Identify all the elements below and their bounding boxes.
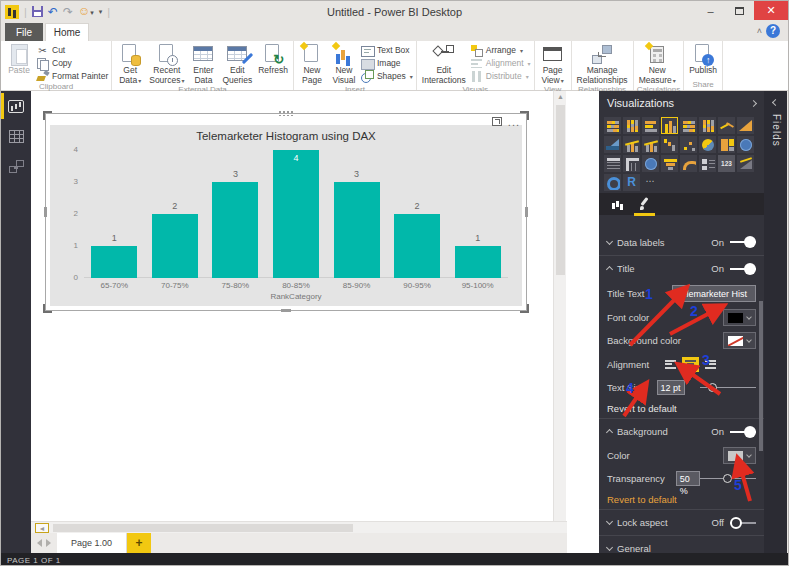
new-visual-button[interactable]: New Visual	[329, 43, 359, 85]
pane-scrollbar-thumb[interactable]	[759, 301, 763, 451]
previous-page-icon[interactable]	[37, 539, 42, 547]
filled-map-icon[interactable]	[642, 155, 659, 172]
text-box-button[interactable]: Text Box	[361, 44, 413, 56]
publish-button[interactable]: ↑Publish	[687, 43, 719, 76]
data-view-icon[interactable]	[1, 121, 31, 151]
selection-handle[interactable]	[281, 309, 291, 312]
maximize-button[interactable]	[725, 1, 754, 20]
next-page-icon[interactable]	[46, 539, 51, 547]
alignment-button[interactable]: Alignment▾	[470, 57, 531, 69]
page-view-button[interactable]: Page View▾	[538, 43, 568, 85]
table-icon[interactable]	[604, 155, 621, 172]
help-icon[interactable]: ?	[766, 24, 780, 38]
redo-icon[interactable]: ↷	[63, 6, 73, 18]
chevron-down-icon[interactable]	[606, 544, 613, 551]
selection-handle[interactable]	[525, 207, 528, 217]
edit-queries-button[interactable]: Edit Queries	[220, 43, 254, 85]
tab-home[interactable]: Home	[45, 23, 89, 41]
align-left-button[interactable]	[662, 357, 679, 372]
chevron-up-icon[interactable]	[606, 429, 613, 436]
bar-85-90%[interactable]	[334, 182, 380, 278]
drag-grip[interactable]	[278, 110, 294, 116]
chevron-up-icon[interactable]	[606, 266, 613, 273]
scroll-left-icon[interactable]: ◄	[35, 523, 49, 533]
transparency-slider[interactable]	[700, 473, 756, 485]
bar-70-75%[interactable]	[152, 214, 198, 278]
multi-row-card-icon[interactable]	[699, 155, 716, 172]
ribbon-collapse-icon[interactable]: ˄	[757, 26, 762, 36]
r-script-visual-icon[interactable]: R	[623, 174, 640, 191]
paste-button[interactable]: Paste	[4, 43, 34, 76]
chart-visual[interactable]: ... Telemarketer Histogram using DAX 432…	[45, 113, 527, 311]
format-tab[interactable]	[638, 195, 651, 215]
stacked-area-chart-icon[interactable]	[604, 136, 621, 153]
edit-interactions-button[interactable]: Edit Interactions	[420, 43, 468, 85]
line-and-stacked-column-chart-icon[interactable]	[642, 136, 659, 153]
more-options-icon[interactable]: ...	[508, 118, 520, 126]
scroll-up-icon[interactable]: ▲	[554, 91, 567, 103]
customize-quick-access-icon[interactable]: ▾	[99, 8, 103, 16]
donut-chart-icon[interactable]	[604, 174, 621, 191]
scrollbar-thumb[interactable]	[556, 105, 565, 275]
bar-75-80%[interactable]	[212, 182, 258, 278]
enter-data-button[interactable]: Enter Data	[188, 43, 218, 85]
waterfall-chart-icon[interactable]	[661, 136, 678, 153]
area-chart-icon[interactable]	[737, 117, 754, 134]
stacked-bar-chart-icon[interactable]	[604, 117, 621, 134]
distribute-button[interactable]: Distribute▾	[470, 70, 531, 82]
chevron-down-icon[interactable]	[606, 518, 613, 525]
transparency-value[interactable]: 50 %	[676, 471, 700, 486]
selection-handle[interactable]	[520, 111, 529, 120]
format-painter-button[interactable]: Format Painter	[36, 70, 108, 82]
fields-tab[interactable]	[611, 195, 624, 215]
clustered-column-chart-icon[interactable]	[661, 117, 678, 134]
save-icon[interactable]	[32, 6, 43, 17]
page-tab-active[interactable]: Page 1.00	[57, 533, 127, 553]
align-center-button[interactable]	[682, 357, 699, 372]
text-size-slider[interactable]	[700, 382, 756, 394]
text-size-value[interactable]: 12 pt	[657, 380, 685, 395]
focus-mode-icon[interactable]	[492, 117, 502, 126]
title-text-input[interactable]: Telemarketer Hist	[672, 285, 756, 302]
get-data-button[interactable]: Get Data▾	[115, 43, 145, 85]
title-toggle[interactable]	[730, 263, 756, 275]
format-row-label[interactable]: Revert to default	[607, 494, 677, 505]
line-chart-icon[interactable]	[718, 117, 735, 134]
pie-chart-icon[interactable]	[699, 136, 716, 153]
color-picker[interactable]	[723, 447, 756, 464]
font-color-picker[interactable]	[723, 309, 756, 326]
arrange-button[interactable]: Arrange▾	[470, 44, 531, 56]
funnel-icon[interactable]	[661, 155, 678, 172]
background-toggle[interactable]	[730, 426, 756, 438]
shapes-button[interactable]: Shapes▾	[361, 70, 413, 82]
treemap-icon[interactable]	[718, 136, 735, 153]
bar-80-85%[interactable]: 4	[273, 150, 319, 278]
refresh-button[interactable]: ↻Refresh	[256, 43, 290, 76]
copy-button[interactable]: Copy	[36, 57, 108, 69]
selection-handle[interactable]	[43, 111, 52, 120]
more-options-icon[interactable]: ⋯	[642, 174, 659, 191]
recent-sources-button[interactable]: Recent Sources▾	[147, 43, 186, 85]
add-page-button[interactable]: +	[127, 533, 151, 553]
selection-handle[interactable]	[44, 207, 47, 217]
new-measure-button[interactable]: New Measure▾	[637, 43, 678, 85]
data-labels-toggle[interactable]	[730, 236, 756, 248]
canvas-horizontal-scrollbar[interactable]: ◄	[31, 521, 567, 533]
gauge-icon[interactable]	[680, 155, 697, 172]
tab-file[interactable]: File	[5, 23, 43, 41]
scatter-chart-icon[interactable]	[680, 136, 697, 153]
100-stacked-column-chart-icon[interactable]	[699, 117, 716, 134]
clustered-bar-chart-icon[interactable]	[642, 117, 659, 134]
format-row-label[interactable]: Revert to default	[607, 403, 677, 414]
close-button[interactable]: ✕	[754, 1, 788, 20]
card-icon[interactable]: 123	[718, 155, 735, 172]
lock-aspect-toggle[interactable]	[730, 517, 756, 529]
report-canvas[interactable]: ... Telemarketer Histogram using DAX 432…	[31, 91, 583, 521]
stacked-column-chart-icon[interactable]	[623, 117, 640, 134]
canvas-vertical-scrollbar[interactable]: ▲	[553, 91, 566, 521]
collapse-pane-icon[interactable]	[750, 99, 757, 106]
matrix-icon[interactable]	[623, 155, 640, 172]
100-stacked-bar-chart-icon[interactable]	[680, 117, 697, 134]
cut-button[interactable]: ✂Cut	[36, 44, 108, 56]
scrollbar-thumb[interactable]	[53, 524, 353, 532]
